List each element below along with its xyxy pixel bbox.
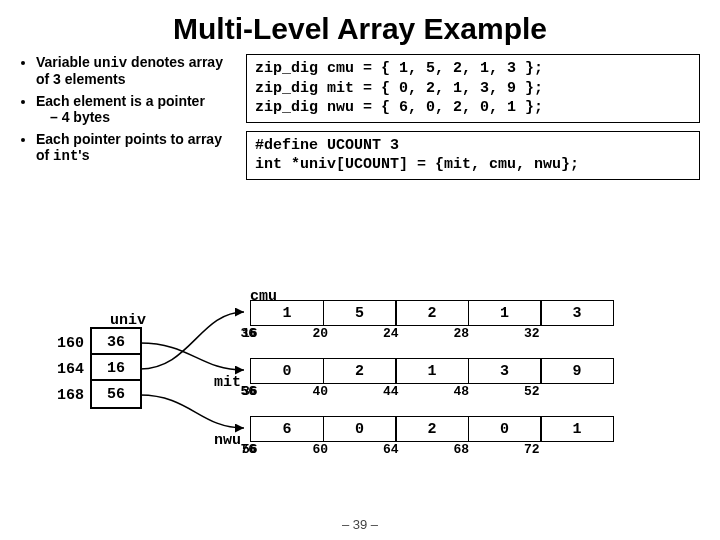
array-cell: 2 bbox=[395, 300, 469, 326]
array-mit: mit 0 2 1 3 9 36 40 44 48 52 56 bbox=[250, 358, 614, 399]
array-cell: 1 bbox=[468, 300, 542, 326]
array-cell: 5 bbox=[323, 300, 397, 326]
addr-tick: 36 bbox=[241, 326, 313, 341]
addr-tick: 56 bbox=[241, 384, 313, 399]
array-cell: 0 bbox=[250, 358, 324, 384]
array-cell: 0 bbox=[468, 416, 542, 442]
addr-tick: 64 bbox=[383, 442, 455, 457]
code-zipdig: zip_dig cmu = { 1, 5, 2, 1, 3 }; zip_dig… bbox=[246, 54, 700, 123]
array-cell: 2 bbox=[323, 358, 397, 384]
addr-tick: 20 bbox=[313, 326, 385, 341]
bullet-3: Each pointer points to array of int's bbox=[36, 131, 230, 164]
addr-tick: 52 bbox=[524, 384, 596, 399]
array-cmu: cmu 1 5 2 1 3 16 20 24 28 32 36 bbox=[250, 300, 614, 341]
addr-tick: 76 bbox=[241, 442, 313, 457]
bullet-1: Variable univ denotes array of 3 element… bbox=[36, 54, 230, 87]
bullet-2: Each element is a pointer – 4 bytes bbox=[36, 93, 230, 125]
addr-tick: 48 bbox=[454, 384, 526, 399]
array-cell: 9 bbox=[540, 358, 614, 384]
array-cell: 3 bbox=[540, 300, 614, 326]
mit-label: mit bbox=[214, 374, 241, 391]
univ-cell: 56 bbox=[90, 379, 142, 409]
bullet-2-sub: – 4 bytes bbox=[50, 109, 230, 125]
addr-tick: 28 bbox=[454, 326, 526, 341]
array-cell: 1 bbox=[250, 300, 324, 326]
array-cell: 3 bbox=[468, 358, 542, 384]
univ-table: 160 36 164 16 168 56 bbox=[40, 330, 142, 408]
nwu-label: nwu bbox=[214, 432, 241, 449]
top-section: Variable univ denotes array of 3 element… bbox=[20, 54, 700, 180]
addr-tick: 68 bbox=[454, 442, 526, 457]
code-univ: #define UCOUNT 3 int *univ[UCOUNT] = {mi… bbox=[246, 131, 700, 180]
addr-tick: 24 bbox=[383, 326, 455, 341]
addr-tick: 72 bbox=[524, 442, 596, 457]
array-cell: 2 bbox=[395, 416, 469, 442]
addr-label: 160 bbox=[40, 335, 90, 352]
array-cell: 0 bbox=[323, 416, 397, 442]
addr-tick: 44 bbox=[383, 384, 455, 399]
array-cell: 1 bbox=[540, 416, 614, 442]
array-nwu: nwu 6 0 2 0 1 56 60 64 68 72 76 bbox=[250, 416, 614, 457]
page-title: Multi-Level Array Example bbox=[20, 12, 700, 46]
addr-label: 168 bbox=[40, 387, 90, 404]
addr-tick: 40 bbox=[313, 384, 385, 399]
addr-tick: 32 bbox=[524, 326, 596, 341]
addr-label: 164 bbox=[40, 361, 90, 378]
bullet-list: Variable univ denotes array of 3 element… bbox=[20, 54, 230, 180]
array-cell: 1 bbox=[395, 358, 469, 384]
table-row: 168 56 bbox=[40, 382, 142, 408]
addr-tick: 60 bbox=[313, 442, 385, 457]
page-number: – 39 – bbox=[0, 517, 720, 532]
code-blocks: zip_dig cmu = { 1, 5, 2, 1, 3 }; zip_dig… bbox=[246, 54, 700, 180]
array-cell: 6 bbox=[250, 416, 324, 442]
